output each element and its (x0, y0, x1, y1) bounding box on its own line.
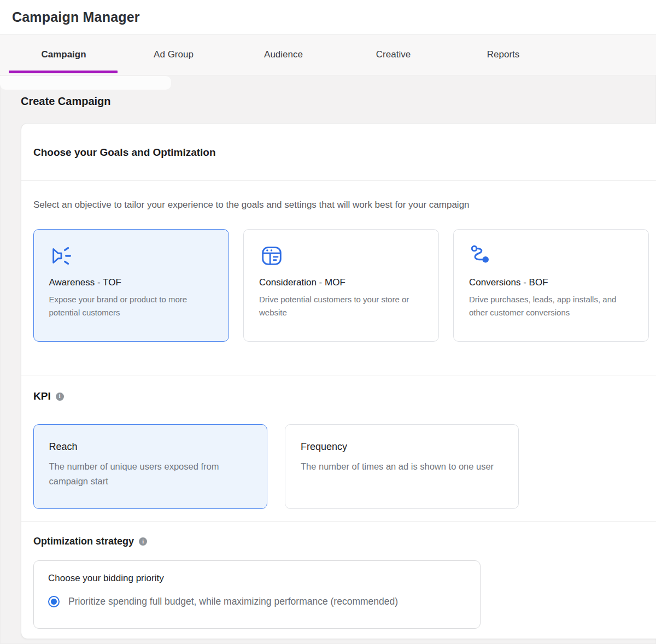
info-icon[interactable]: i (56, 393, 64, 401)
tab-creative-label: Creative (376, 49, 411, 60)
kpi-option-title: Frequency (301, 441, 503, 453)
kpi-card-reach[interactable]: Reach The number of unique users exposed… (33, 424, 267, 509)
objectives-section: Select an objective to tailor your exper… (21, 181, 656, 376)
kpi-card-frequency[interactable]: Frequency The number of times an ad is s… (285, 424, 519, 509)
campaign-manager-page: Campaign Manager Campaign Ad Group Audie… (0, 0, 656, 644)
bidding-priority-title: Choose your bidding priority (48, 573, 466, 584)
kpi-option-description: The number of times an ad is shown to on… (301, 459, 503, 474)
kpi-option-title: Reach (49, 441, 252, 453)
tab-campaign-label: Campaign (41, 49, 86, 60)
tab-panel-notch (0, 76, 171, 90)
app-header: Campaign Manager (0, 0, 656, 34)
kpi-label-row: KPI i (33, 390, 650, 402)
objective-description: Drive purchases, leads, app installs, an… (469, 293, 633, 319)
objective-description: Drive potential customers to your store … (259, 293, 423, 319)
active-tab-underline (9, 71, 118, 73)
megaphone-icon (49, 243, 74, 268)
objective-title: Conversions - BOF (469, 277, 633, 288)
objective-card-awareness[interactable]: Awareness - TOF Expose your brand or pro… (33, 229, 229, 342)
tab-campaign[interactable]: Campaign (9, 34, 119, 75)
bidding-priority-box: Choose your bidding priority Prioritize … (33, 560, 481, 629)
objective-cards-row: Awareness - TOF Expose your brand or pro… (33, 229, 650, 342)
tab-reports-label: Reports (487, 49, 520, 60)
objective-intro-text: Select an objective to tailor your exper… (33, 200, 650, 210)
conversion-path-icon (469, 243, 494, 268)
objective-title: Consideration - MOF (259, 277, 423, 288)
main-tab-bar: Campaign Ad Group Audience Creative Repo… (0, 34, 656, 75)
bidding-option-label: Prioritize spending full budget, while m… (68, 596, 398, 607)
tab-ad-group-label: Ad Group (154, 49, 194, 60)
objective-card-conversions[interactable]: Conversions - BOF Drive purchases, leads… (453, 229, 649, 342)
bidding-option-row[interactable]: Prioritize spending full budget, while m… (48, 596, 466, 607)
kpi-label: KPI (33, 390, 51, 402)
tab-creative[interactable]: Creative (338, 34, 448, 75)
radio-selected-icon[interactable] (48, 596, 60, 607)
objective-title: Awareness - TOF (49, 277, 214, 288)
kpi-option-description: The number of unique users exposed from … (49, 459, 252, 489)
optimization-label-row: Optimization strategy i (33, 536, 650, 547)
goals-optimization-card: Choose your Goals and Optimization Selec… (21, 123, 656, 639)
tab-audience-label: Audience (264, 49, 303, 60)
page-title: Create Campaign (21, 95, 656, 108)
tab-ad-group[interactable]: Ad Group (119, 34, 229, 75)
kpi-section: KPI i Reach The number of unique users e… (21, 376, 656, 521)
card-title: Choose your Goals and Optimization (33, 147, 650, 159)
radio-dot (51, 599, 57, 605)
objective-description: Expose your brand or product to more pot… (49, 293, 214, 319)
objective-card-consideration[interactable]: Consideration - MOF Drive potential cust… (243, 229, 439, 342)
tab-audience[interactable]: Audience (229, 34, 338, 75)
card-header: Choose your Goals and Optimization (21, 124, 656, 180)
optimization-strategy-section: Optimization strategy i Choose your bidd… (21, 522, 656, 629)
kpi-cards-row: Reach The number of unique users exposed… (33, 424, 650, 509)
info-icon[interactable]: i (139, 537, 147, 546)
app-title: Campaign Manager (12, 9, 140, 25)
optimization-strategy-label: Optimization strategy (33, 536, 134, 547)
tab-reports[interactable]: Reports (448, 34, 558, 75)
storefront-icon (259, 243, 284, 268)
